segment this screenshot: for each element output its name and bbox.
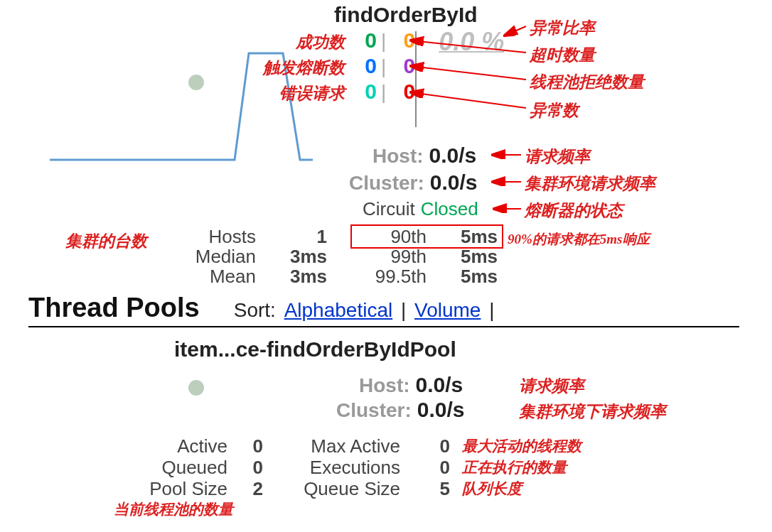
count-success: 0	[352, 28, 377, 53]
latency-stats-left: Hosts1 Median3ms Mean3ms	[181, 226, 327, 286]
ann-executions: 正在执行的数量	[462, 457, 567, 477]
ann-failure: 异常数	[530, 99, 579, 121]
pool-cluster-rate: Cluster: 0.0/s	[336, 398, 465, 422]
pool-cluster-label: Cluster:	[336, 399, 412, 422]
pool-stats-right: Max Active0 Executions0 Queue Size5	[283, 435, 450, 499]
queuesize-label: Queue Size	[283, 478, 400, 499]
circuit-label: Circuit	[363, 198, 415, 220]
svg-line-0	[505, 26, 526, 36]
pool-stats-left: Active0 Queued0 Pool Size2	[135, 435, 263, 499]
error-percentage: 0.0 %	[439, 27, 504, 57]
cluster-rate-value: 0.0/s	[430, 170, 478, 195]
p995-label: 99.5th	[359, 266, 427, 286]
p995-value: 5ms	[427, 266, 498, 286]
ann-host-rate: 请求频率	[525, 146, 590, 168]
sort-volume-link[interactable]: Volume	[414, 299, 481, 321]
ann-cluster-rate: 集群环境请求频率	[525, 173, 655, 195]
ann-short-circuited: 触发熔断数	[249, 57, 345, 79]
svg-line-2	[411, 66, 526, 80]
sort-alphabetical-link[interactable]: Alphabetical	[284, 299, 393, 321]
queued-label: Queued	[135, 457, 227, 478]
pool-host-value: 0.0/s	[416, 373, 463, 397]
active-label: Active	[135, 435, 227, 457]
command-title: findOrderById	[334, 3, 478, 27]
ann-pool-host: 请求频率	[519, 375, 584, 397]
count-failure: 0	[390, 80, 415, 104]
executions-value: 0	[400, 457, 450, 478]
ann-timeout: 超时数量	[530, 44, 595, 66]
cluster-rate-label: Cluster:	[349, 172, 424, 195]
queuesize-value: 5	[400, 478, 450, 499]
host-rate-label: Host:	[372, 145, 424, 168]
circuit-state: Circuit Closed	[363, 198, 478, 220]
queued-value: 0	[227, 457, 263, 478]
svg-line-3	[411, 92, 526, 108]
cluster-rate: Cluster: 0.0/s	[349, 170, 478, 195]
mean-label: Mean	[181, 266, 256, 286]
host-rate-value: 0.0/s	[429, 143, 477, 168]
p99-label: 99th	[359, 246, 427, 266]
p90-highlight-box	[350, 224, 503, 249]
poolsize-label: Pool Size	[135, 478, 227, 499]
pool-host-rate: Host: 0.0/s	[359, 373, 463, 397]
circuit-value: Closed	[421, 198, 478, 220]
vertical-separator	[415, 31, 417, 127]
ann-circuit: 熔断器的状态	[525, 200, 623, 222]
counter-grid: 成功数 0 | 0 0.0 % 触发熔断数 0 | 0 错误请求 0 | 0	[249, 28, 415, 105]
hosts-value: 1	[256, 226, 327, 246]
ann-bad-request: 错误请求	[249, 82, 345, 104]
ann-queuesize: 队列长度	[462, 479, 522, 499]
maxactive-label: Max Active	[283, 435, 400, 457]
count-bad-request: 0	[352, 80, 377, 104]
median-label: Median	[181, 246, 256, 266]
ann-rejected: 线程池拒绝数量	[530, 71, 644, 93]
p99-value: 5ms	[427, 246, 498, 266]
ann-success: 成功数	[249, 31, 345, 53]
thread-pools-header: Thread Pools Sort: Alphabetical | Volume…	[28, 293, 739, 327]
maxactive-value: 0	[400, 435, 450, 457]
ann-maxactive: 最大活动的线程数	[462, 436, 581, 456]
count-timeout: 0	[390, 28, 415, 53]
pool-volume-dot	[188, 380, 204, 396]
poolsize-value: 2	[227, 478, 263, 499]
executions-label: Executions	[283, 457, 400, 478]
mean-value: 3ms	[256, 266, 327, 286]
ann-p90: 90%的请求都在5ms响应	[508, 230, 650, 249]
thread-pools-title: Thread Pools	[28, 293, 200, 323]
active-value: 0	[227, 435, 263, 457]
count-rejected: 0	[390, 54, 415, 78]
median-value: 3ms	[256, 246, 327, 266]
pool-name: item...ce-findOrderByIdPool	[174, 337, 456, 362]
hosts-label: Hosts	[181, 226, 256, 246]
pool-host-label: Host:	[359, 374, 410, 397]
count-short-circuited: 0	[352, 54, 377, 78]
ann-pool-cluster: 集群环境下请求频率	[519, 401, 666, 423]
pool-cluster-value: 0.0/s	[417, 398, 465, 422]
sort-label: Sort:	[234, 299, 276, 321]
ann-error-rate: 异常比率	[530, 17, 595, 39]
ann-cluster-count: 集群的台数	[65, 230, 147, 252]
ann-poolsize: 当前线程池的数量	[114, 499, 233, 519]
host-rate: Host: 0.0/s	[372, 143, 476, 168]
traffic-volume-dot	[188, 75, 204, 90]
